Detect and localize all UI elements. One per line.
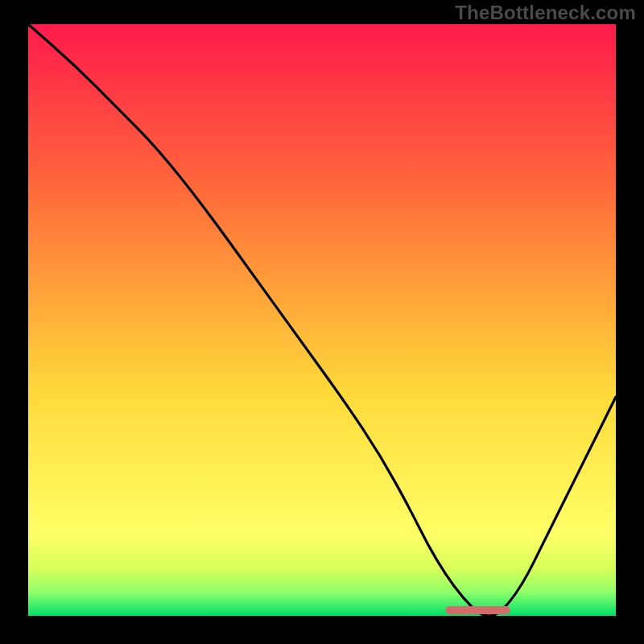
gradient-background bbox=[28, 24, 616, 616]
plot-area bbox=[28, 24, 616, 616]
chart-stage: TheBottleneck.com bbox=[0, 0, 644, 644]
plot-svg bbox=[28, 24, 616, 616]
watermark-text: TheBottleneck.com bbox=[455, 2, 636, 24]
minimum-marker bbox=[445, 606, 510, 614]
